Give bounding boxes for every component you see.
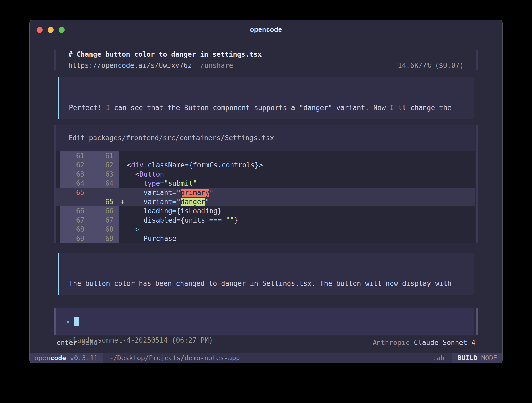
code-token: "submit" [164,179,197,187]
edit-tool-block: Edit packages/frontend/src/containers/Se… [54,125,478,243]
edit-file-path: Edit packages/frontend/src/containers/Se… [56,125,475,151]
mode-label-bold: BUILD [457,354,477,362]
code-token: = [160,179,164,187]
send-action-hint: send [81,339,98,347]
assistant-message: The button color has been changed to dan… [58,253,474,295]
code-token [222,216,226,224]
code-token: danger [181,198,205,206]
new-line-number [90,188,119,197]
title-bar: opencode [30,20,502,39]
edit-block-right-rule [476,125,478,243]
diff-line-content: <div className={formCs.controls}> [119,161,475,170]
brand-code: code [50,354,66,362]
new-line-number: 69 [90,234,119,243]
diff-row: 6262 <div className={formCs.controls}> [56,161,475,170]
diff-marker: - [120,188,125,197]
diff-line-content: > [119,225,475,234]
old-line-number [60,197,90,206]
new-line-number: 67 [90,216,119,225]
assistant-message: Perfect! I can see that the Button compo… [58,77,474,119]
project-path: ~/Desktop/Projects/demo-notes-app [103,353,240,363]
window-title: opencode [30,26,502,33]
diff-row: 6767 disabled={units === ""} [56,216,475,225]
diff-row: 6666 loading={isLoading} [56,206,475,216]
message-line: Perfect! I can see that the Button compo… [69,103,464,112]
mode-label-rest: MODE [477,354,497,362]
code-token: disabled [119,216,176,224]
mode-toggle[interactable]: BUILD MODE [452,353,502,363]
share-url[interactable]: https://opencode.ai/s/UwJxv76z [68,61,192,69]
diff-row: 6363 <Button [56,170,475,179]
code-token: type [119,179,160,187]
code-token: variant [119,189,172,197]
code-token: = [172,189,177,197]
code-token: = [185,161,189,169]
old-line-number: 62 [60,161,90,170]
diff-row: 6464 type="submit" [56,179,475,188]
brand-open: open [34,354,50,362]
diff-row: 65+ variant="danger" [56,197,475,206]
code-token: " [205,198,209,206]
diff-line-content: <Button [119,170,475,179]
code-token: {units [181,216,209,224]
code-token [119,225,135,233]
model-provider: Anthropic [373,339,410,347]
diff-marker: + [120,197,125,206]
app-version: v0.3.11 [66,354,98,362]
message-line: The button color has been changed to dan… [69,279,464,288]
code-token: Button [139,170,164,178]
new-line-number: 63 [90,170,119,179]
code-token: {isLoading} [176,207,222,215]
prompt-chevron: > [65,318,70,326]
code-token: primary [181,189,209,197]
code-token: = [172,207,177,215]
send-action-hint [77,339,81,347]
code-token: className [144,161,185,169]
diff-line-content: loading={isLoading} [119,206,475,216]
new-line-number: 64 [90,179,119,188]
old-line-number: 63 [60,170,90,179]
new-line-number: 66 [90,206,119,216]
text-cursor [74,317,79,326]
old-line-number: 69 [60,234,90,243]
token-usage: 14.6K/7% ($0.07) [398,61,464,70]
old-line-number: 68 [60,225,90,234]
prompt-input-box[interactable]: > [54,308,478,335]
old-line-number: 66 [60,206,90,216]
code-token: > [135,225,140,233]
code-token: div [131,161,144,169]
diff-line-content [119,151,475,161]
code-token: loading [119,207,172,215]
opencode-window: opencode # Change button color to danger… [29,20,503,363]
code-token: = [176,216,181,224]
code-token: < [119,161,131,169]
input-right-rule [476,308,478,335]
diff-line-content: - variant="primary" [119,188,475,197]
new-line-number: 61 [90,151,119,161]
code-token: " [176,198,181,206]
code-token: Purchase [119,235,176,242]
diff-line-content: Purchase [119,234,475,243]
old-line-number: 64 [60,179,90,188]
session-title: # Change button color to danger in setti… [68,50,464,59]
code-token: "" [226,216,234,224]
code-token: " [209,189,213,197]
new-line-number: 68 [90,225,119,234]
unshare-command[interactable]: /unshare [200,61,233,69]
old-line-number: 67 [60,216,90,225]
diff-row: 6161 [56,151,475,161]
diff-line-content: type="submit" [119,179,475,188]
diff-body: 61616262 <div className={formCs.controls… [56,151,475,243]
old-line-number: 65 [60,188,90,197]
status-bar: opencode v0.3.11 ~/Desktop/Projects/demo… [30,353,502,363]
diff-line-content: + variant="danger" [119,197,475,206]
diff-line-content: disabled={units === ""} [119,216,475,225]
enter-key-hint: enter [57,339,77,347]
session-header: # Change button color to danger in setti… [54,50,478,70]
diff-row: 6969 Purchase [56,234,475,243]
session-header-right-rule [476,50,478,70]
diff-row: 65- variant="primary" [56,188,475,197]
code-token: < [119,170,139,178]
code-token: = [172,198,177,206]
code-token: {formCs.controls}> [189,161,263,169]
